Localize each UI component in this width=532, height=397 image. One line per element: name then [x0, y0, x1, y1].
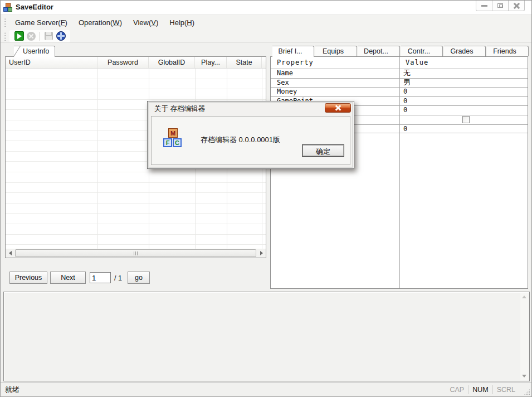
column-header-state[interactable]: State: [227, 57, 262, 68]
scroll-down-arrow[interactable]: [522, 375, 526, 377]
about-button[interactable]: [55, 31, 66, 41]
save-icon: [45, 32, 53, 40]
column-header-userid[interactable]: UserID: [6, 57, 97, 68]
tab-friends[interactable]: Friends: [487, 46, 529, 56]
column-header-property: Property: [271, 57, 399, 69]
property-row[interactable]: Sex 男: [271, 78, 528, 88]
tab-grades[interactable]: Grades: [444, 46, 486, 56]
tab-contr[interactable]: Contr...: [401, 46, 443, 56]
property-row[interactable]: Name 无: [271, 69, 528, 78]
status-indicators: CAP NUM SCRL: [446, 385, 519, 394]
toolbar: [1, 30, 531, 43]
output-vertical-scrollbar[interactable]: [520, 293, 529, 380]
column-header-play[interactable]: Play...: [195, 57, 227, 68]
indicator-cap: CAP: [446, 386, 468, 394]
mfc-blocks-icon: M F C: [163, 128, 182, 148]
tab-equips[interactable]: Equips: [315, 46, 357, 56]
page-total-label: / 1: [114, 274, 122, 282]
about-dialog: 关于 存档编辑器 M F C 存档编辑器 0.0.0.0001版 确定: [147, 101, 354, 169]
output-panel[interactable]: [3, 292, 530, 381]
property-table: Property Value Name 无 Sex 男 Money 0 Game…: [270, 56, 528, 289]
scroll-up-arrow[interactable]: [522, 296, 526, 298]
page-number-input[interactable]: [90, 272, 111, 283]
property-row[interactable]: Money 0: [271, 87, 528, 96]
indicator-num: NUM: [468, 386, 492, 394]
user-table-header: UserID Password GlobalID Play... State: [6, 57, 266, 69]
maximize-button[interactable]: [492, 1, 509, 11]
app-icon: [3, 3, 13, 12]
dialog-title: 关于 存档编辑器: [154, 104, 205, 114]
tab-depot[interactable]: Depot...: [358, 46, 400, 56]
about-icon: [56, 31, 66, 41]
toolbar-separator: [40, 32, 40, 41]
save-button[interactable]: [43, 31, 54, 41]
scrollbar-thumb[interactable]: [15, 249, 256, 257]
left-tab-row: UserInfo: [14, 46, 55, 57]
go-button[interactable]: go: [128, 272, 150, 284]
toolbar-grip: [4, 32, 6, 41]
menu-help[interactable]: Help(H): [164, 16, 200, 29]
menu-operation[interactable]: Operation(W): [73, 16, 128, 29]
close-icon: [514, 3, 520, 9]
ok-button[interactable]: 确定: [302, 144, 344, 157]
close-button[interactable]: [508, 1, 525, 11]
menu-view[interactable]: View(V): [128, 16, 164, 29]
menu-bar: Game Server(F) Operation(W) View(V) Help…: [1, 14, 531, 30]
window-controls: [476, 1, 525, 11]
run-button[interactable]: [13, 31, 25, 41]
dialog-close-button[interactable]: [325, 103, 351, 113]
pager: Previous Next / 1 go: [5, 272, 266, 285]
column-header-globalid[interactable]: GlobalID: [149, 57, 195, 68]
resize-grip[interactable]: [524, 389, 530, 395]
indicator-scrl: SCRL: [493, 386, 519, 394]
value-checkbox[interactable]: [462, 116, 470, 123]
minimize-button[interactable]: [476, 1, 492, 11]
scroll-right-arrow[interactable]: [257, 249, 266, 258]
tab-userinfo[interactable]: UserInfo: [14, 46, 55, 57]
maximize-icon: [497, 3, 503, 8]
toolbar-band: [9, 30, 70, 42]
stop-button[interactable]: [26, 31, 37, 41]
status-text: 就绪: [5, 385, 19, 395]
previous-button[interactable]: Previous: [9, 272, 47, 284]
next-button[interactable]: Next: [50, 272, 86, 284]
menu-grip: [4, 18, 6, 27]
window-title: SaveEditor: [16, 3, 53, 11]
dialog-version-text: 存档编辑器 0.0.0.0001版: [201, 135, 280, 145]
status-bar: 就绪 CAP NUM SCRL: [1, 382, 531, 396]
tab-brief-info[interactable]: Brief I...: [272, 46, 314, 57]
minimize-icon: [481, 5, 487, 7]
stop-icon: [27, 32, 36, 41]
menu-game-server[interactable]: Game Server(F): [9, 16, 73, 29]
horizontal-scrollbar[interactable]: [6, 249, 266, 258]
column-header-value: Value: [399, 57, 428, 69]
close-icon: [335, 105, 340, 110]
right-tab-row: Brief I... Equips Depot... Contr... Grad…: [272, 46, 529, 57]
title-bar: SaveEditor: [1, 1, 531, 14]
column-header-password[interactable]: Password: [97, 57, 149, 68]
app-window: SaveEditor Game Server(F) Operation(W) V…: [0, 0, 532, 397]
scroll-left-arrow[interactable]: [6, 249, 14, 258]
play-icon: [14, 31, 24, 41]
